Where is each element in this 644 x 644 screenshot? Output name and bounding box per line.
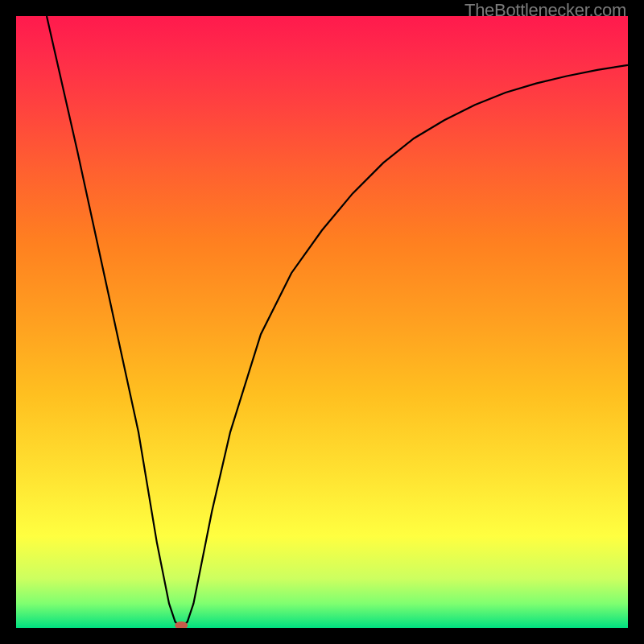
curve-svg [16, 16, 628, 628]
watermark: TheBottlenecker.com [464, 0, 626, 21]
bottleneck-curve [47, 16, 628, 628]
chart-container: TheBottlenecker.com [0, 0, 644, 644]
plot-area [16, 16, 628, 628]
